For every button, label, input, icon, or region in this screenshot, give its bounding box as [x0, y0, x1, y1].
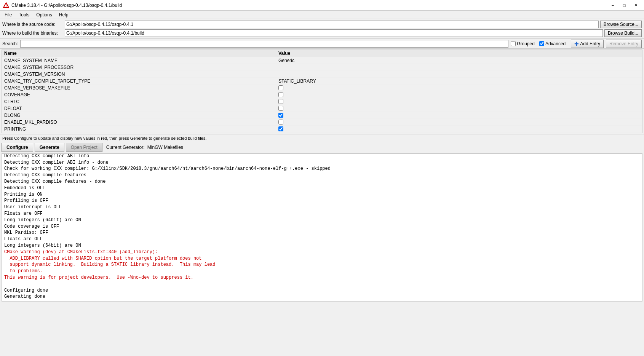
- browse-build-button[interactable]: Browse Build...: [604, 29, 642, 37]
- log-line: Printing is ON: [4, 192, 640, 198]
- menu-bar: File Tools Options Help: [0, 11, 644, 19]
- cell-name: PRINTING: [2, 126, 276, 132]
- log-line: Long integers (64bit) are ON: [4, 217, 640, 223]
- toolbar: Where is the source code: Browse Source.…: [0, 19, 644, 39]
- grouped-checkbox-label[interactable]: Grouped: [511, 41, 535, 46]
- log-line: Code coverage is OFF: [4, 223, 640, 230]
- table-row[interactable]: ENABLE_MKL_PARDISO: [2, 119, 642, 126]
- table-header: Name Value: [2, 50, 642, 57]
- title-bar: CMake 3.18.4 - G:/Apollo/osqp-0.4.13/osq…: [0, 0, 644, 11]
- status-bar: Press Configure to update and display ne…: [0, 134, 644, 142]
- cell-value[interactable]: [276, 105, 642, 111]
- source-row: Where is the source code: Browse Source.…: [2, 21, 642, 28]
- open-project-button[interactable]: Open Project: [66, 143, 102, 152]
- build-label: Where to build the binaries:: [2, 30, 63, 36]
- remove-entry-button[interactable]: Remove Entry: [606, 40, 642, 48]
- log-line: MKL Pardiso: OFF: [4, 230, 640, 236]
- table-row[interactable]: CMAKE_SYSTEM_VERSION: [2, 71, 642, 78]
- cell-value[interactable]: [276, 119, 642, 125]
- cell-name: ENABLE_MKL_PARDISO: [2, 119, 276, 125]
- status-text: Press Configure to update and display ne…: [2, 136, 206, 140]
- browse-source-button[interactable]: Browse Source...: [600, 21, 642, 28]
- table-row[interactable]: DLONG: [2, 112, 642, 119]
- bottom-section: Configure Generate Open Project Current …: [2, 142, 642, 302]
- value-checkbox[interactable]: [278, 85, 283, 90]
- log-line: Detecting CXX compiler ABI info: [4, 153, 640, 160]
- cell-value[interactable]: [276, 99, 642, 104]
- cell-value[interactable]: [276, 85, 642, 91]
- cell-name: CMAKE_TRY_COMPILE_TARGET_TYPE: [2, 78, 276, 84]
- cell-value[interactable]: [276, 126, 642, 132]
- cmake-icon: [3, 2, 9, 8]
- log-line: [4, 281, 640, 287]
- table-row[interactable]: CMAKE_TRY_COMPILE_TARGET_TYPESTATIC_LIBR…: [2, 78, 642, 85]
- value-checkbox[interactable]: [278, 99, 283, 104]
- generate-button[interactable]: Generate: [35, 143, 64, 152]
- menu-options[interactable]: Options: [33, 11, 55, 18]
- log-container[interactable]: The CXX compiler identification is GNU 7…: [2, 153, 642, 302]
- log-line: Configuring done: [4, 287, 640, 294]
- menu-help[interactable]: Help: [56, 11, 72, 18]
- current-generator: Current Generator: MinGW Makefiles: [106, 145, 642, 150]
- build-input[interactable]: [65, 29, 603, 37]
- cell-value: STATIC_LIBRARY: [276, 78, 642, 84]
- table-row[interactable]: COVERAGE: [2, 91, 642, 98]
- advanced-checkbox-label[interactable]: Advanced: [539, 41, 566, 46]
- cell-value[interactable]: [276, 112, 642, 118]
- close-button[interactable]: ✕: [630, 2, 641, 9]
- value-checkbox[interactable]: [278, 92, 283, 97]
- add-icon: ✚: [574, 41, 579, 47]
- log-line: Floats are OFF: [4, 211, 640, 217]
- table-row[interactable]: CMAKE_VERBOSE_MAKEFILE: [2, 85, 642, 91]
- col-value-header: Value: [276, 50, 642, 57]
- table-row[interactable]: CTRLC: [2, 98, 642, 105]
- table-body: CMAKE_SYSTEM_NAMEGenericCMAKE_SYSTEM_PRO…: [2, 57, 642, 133]
- add-entry-label: Add Entry: [580, 41, 600, 46]
- table-scroll[interactable]: Name Value CMAKE_SYSTEM_NAMEGenericCMAKE…: [2, 50, 642, 133]
- advanced-label: Advanced: [545, 41, 566, 46]
- value-checkbox[interactable]: [278, 120, 283, 125]
- window-title: CMake 3.18.4 - G:/Apollo/osqp-0.4.13/osq…: [11, 3, 122, 8]
- cell-name: CMAKE_SYSTEM_NAME: [2, 57, 276, 64]
- source-label: Where is the source code:: [2, 22, 63, 27]
- grouped-label: Grouped: [517, 41, 535, 46]
- log-line: Floats are OFF: [4, 236, 640, 243]
- title-bar-left: CMake 3.18.4 - G:/Apollo/osqp-0.4.13/osq…: [3, 2, 122, 8]
- log-line: Long integers (64bit) are ON: [4, 243, 640, 249]
- configure-button[interactable]: Configure: [2, 143, 33, 152]
- value-checkbox[interactable]: [278, 126, 283, 131]
- buttons-row: Configure Generate Open Project Current …: [2, 142, 642, 153]
- cell-value[interactable]: [276, 92, 642, 97]
- minimize-button[interactable]: −: [607, 2, 618, 9]
- menu-file[interactable]: File: [2, 11, 15, 18]
- cell-name: DLONG: [2, 112, 276, 118]
- log-line: Detecting CXX compile features - done: [4, 179, 640, 185]
- cell-value: [276, 67, 642, 68]
- search-input[interactable]: [20, 40, 508, 48]
- value-checkbox[interactable]: [278, 113, 283, 118]
- cell-name: PROFILING: [2, 133, 276, 133]
- grouped-checkbox[interactable]: [511, 41, 516, 46]
- value-checkbox[interactable]: [278, 106, 283, 111]
- menu-tools[interactable]: Tools: [16, 11, 32, 18]
- table-row[interactable]: PROFILING: [2, 133, 642, 133]
- log-line: This warning is for project developers. …: [4, 275, 640, 281]
- log-line: ADD_LIBRARY called with SHARED option bu…: [4, 255, 640, 262]
- maximize-button[interactable]: □: [619, 2, 630, 9]
- add-entry-button[interactable]: ✚ Add Entry: [571, 40, 604, 48]
- log-line: CMake Warning (dev) at CMakeLists.txt:34…: [4, 249, 640, 255]
- cell-name: CMAKE_SYSTEM_VERSION: [2, 71, 276, 77]
- table-row[interactable]: DFLOAT: [2, 105, 642, 112]
- table-wrapper: Name Value CMAKE_SYSTEM_NAMEGenericCMAKE…: [2, 49, 642, 133]
- current-generator-value: MinGW Makefiles: [147, 145, 183, 150]
- table-row[interactable]: CMAKE_SYSTEM_PROCESSOR: [2, 64, 642, 71]
- advanced-checkbox[interactable]: [539, 41, 544, 46]
- source-input[interactable]: [65, 21, 599, 28]
- build-row: Where to build the binaries: Browse Buil…: [2, 29, 642, 37]
- table-row[interactable]: PRINTING: [2, 126, 642, 133]
- table-row[interactable]: CMAKE_SYSTEM_NAMEGeneric: [2, 57, 642, 64]
- cell-name: COVERAGE: [2, 92, 276, 98]
- cell-value: [276, 74, 642, 75]
- log-line: Generating done: [4, 294, 640, 300]
- log-line: User interrupt is OFF: [4, 204, 640, 211]
